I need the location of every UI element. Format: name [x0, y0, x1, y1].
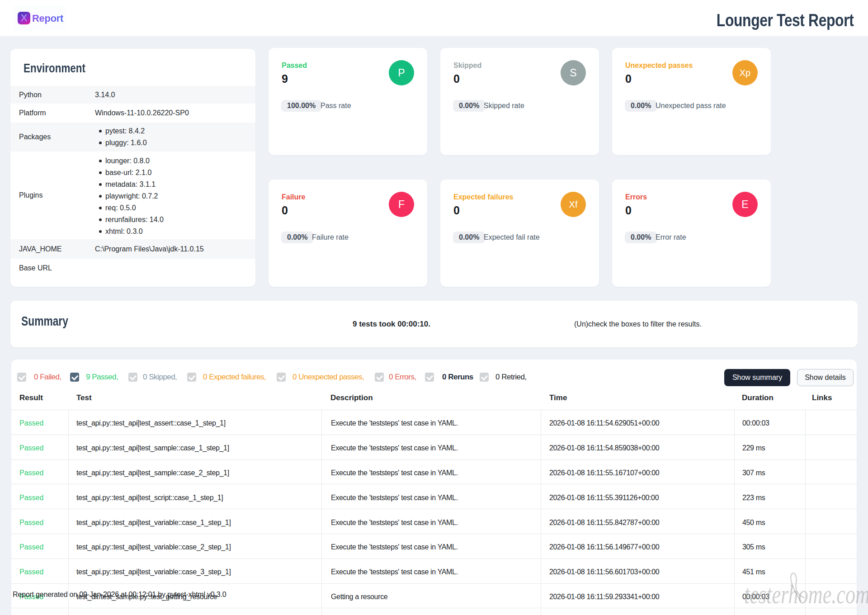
svg-text:testerhome.com: testerhome.com	[744, 579, 868, 609]
